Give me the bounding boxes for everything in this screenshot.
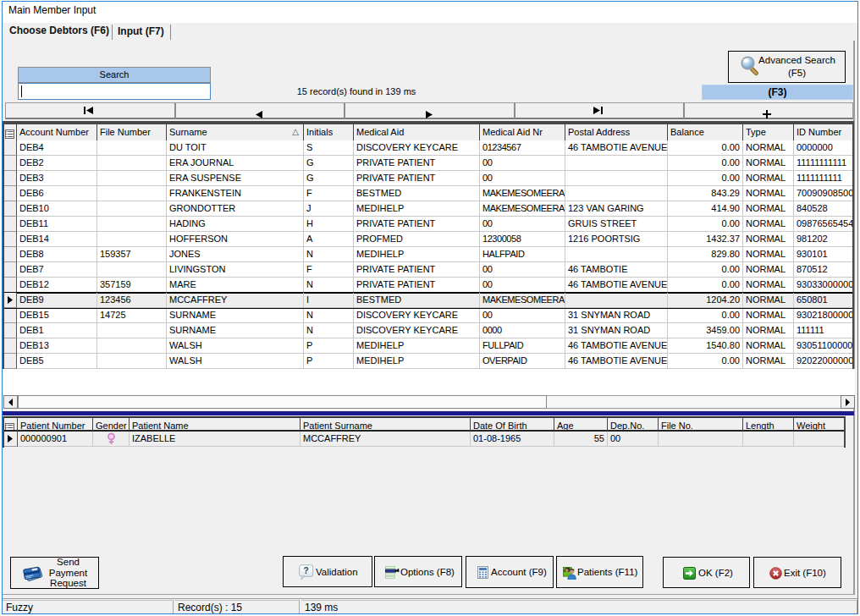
svg-text:?: ? bbox=[304, 566, 309, 575]
